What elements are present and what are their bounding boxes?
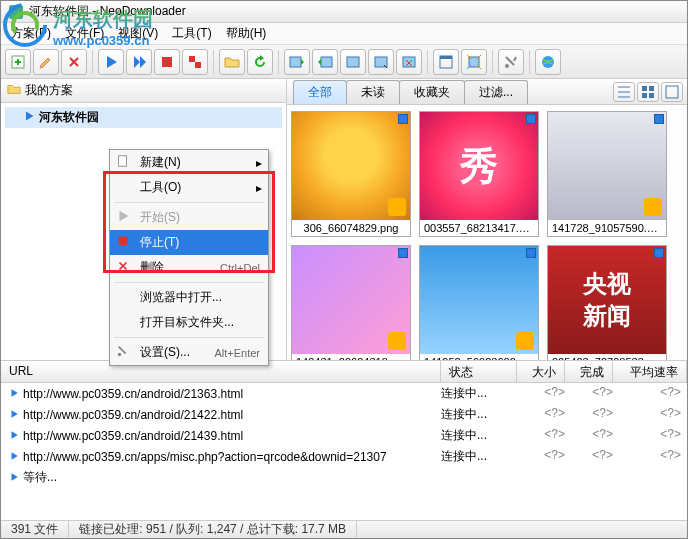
col-status[interactable]: 状态 — [441, 361, 517, 382]
image-button[interactable] — [340, 49, 366, 75]
delete-button[interactable] — [61, 49, 87, 75]
project-tree[interactable]: 河东软件园 — [1, 103, 286, 132]
play-icon — [9, 429, 19, 443]
play-all-button[interactable] — [126, 49, 152, 75]
menu-help[interactable]: 帮助(H) — [220, 23, 273, 44]
row-done: <?> — [565, 448, 613, 465]
stop-icon — [116, 234, 132, 250]
tree-item[interactable]: 河东软件园 — [5, 107, 282, 128]
status-stats: 链接已处理: 951 / 队列: 1,247 / 总计下载: 17.7 MB — [69, 521, 357, 538]
row-status — [441, 469, 517, 486]
thumbnail-label: 141728_91057590.png — [548, 220, 666, 236]
status-files: 391 文件 — [1, 521, 69, 538]
thumbnail-item[interactable]: 205403_72798533.png — [547, 245, 667, 360]
row-url: http://www.pc0359.cn/android/21439.html — [23, 429, 243, 443]
row-url: http://www.pc0359.cn/android/21363.html — [23, 387, 243, 401]
row-status: 连接中... — [441, 406, 517, 423]
svg-rect-19 — [649, 93, 654, 98]
play-icon — [9, 471, 19, 485]
ctx-delete[interactable]: 删除 Ctrl+Del — [110, 255, 268, 280]
svg-rect-10 — [403, 57, 415, 67]
tab-unread[interactable]: 未读 — [346, 80, 400, 104]
thumbnail-item[interactable]: 141952_56903600.png — [419, 245, 539, 360]
ctx-settings[interactable]: 设置(S)... Alt+Enter — [110, 340, 268, 365]
new-button[interactable] — [5, 49, 31, 75]
globe-button[interactable] — [535, 49, 561, 75]
ctx-new-label: 新建(N) — [140, 154, 181, 171]
tab-all[interactable]: 全部 — [293, 80, 347, 104]
row-done: <?> — [565, 427, 613, 444]
ctx-tools[interactable]: 工具(O)▸ — [110, 175, 268, 200]
thumbnail-item[interactable]: 142431_20604318.png — [291, 245, 411, 360]
open-folder-button[interactable] — [219, 49, 245, 75]
ctx-open-folder[interactable]: 打开目标文件夹... — [110, 310, 268, 335]
menu-file[interactable]: 文件(F) — [59, 23, 110, 44]
badge-icon — [644, 198, 662, 216]
thumbnail-grid[interactable]: 306_66074829.png 003557_68213417.png 141… — [287, 105, 687, 360]
svg-rect-5 — [195, 62, 201, 68]
svg-rect-22 — [119, 237, 128, 246]
folder-icon — [7, 82, 21, 99]
play-icon — [9, 450, 19, 464]
view-grid-button[interactable] — [637, 82, 659, 102]
row-size: <?> — [517, 448, 565, 465]
thumbnail-item[interactable]: 141728_91057590.png — [547, 111, 667, 237]
edit-button[interactable] — [33, 49, 59, 75]
titlebar: 河东软件园 - NeoDownloader — [1, 1, 687, 23]
image-del-button[interactable] — [396, 49, 422, 75]
menu-view[interactable]: 视图(V) — [112, 23, 164, 44]
wrench-icon — [116, 344, 132, 360]
table-row[interactable]: http://www.pc0359.cn/android/21439.html … — [1, 425, 687, 446]
tab-filter[interactable]: 过滤... — [464, 80, 528, 104]
thumbnail-item[interactable]: 003557_68213417.png — [419, 111, 539, 237]
image-open-button[interactable] — [368, 49, 394, 75]
sidebar-header: 我的方案 — [1, 79, 286, 103]
svg-rect-8 — [347, 57, 359, 67]
ctx-delete-hint: Ctrl+Del — [220, 262, 260, 274]
svg-rect-16 — [642, 86, 647, 91]
new-badge-icon — [526, 114, 536, 124]
stop-button[interactable] — [154, 49, 180, 75]
tab-favorites[interactable]: 收藏夹 — [399, 80, 465, 104]
settings-button[interactable] — [498, 49, 524, 75]
table-row[interactable]: http://www.pc0359.cn/android/21363.html … — [1, 383, 687, 404]
new-badge-icon — [526, 248, 536, 258]
statusbar: 391 文件 链接已处理: 951 / 队列: 1,247 / 总计下载: 17… — [1, 520, 687, 538]
new-icon — [116, 154, 132, 170]
thumbnail-label: 142431_20604318.png — [292, 354, 410, 360]
play-button[interactable] — [98, 49, 124, 75]
grid-body[interactable]: http://www.pc0359.cn/android/21363.html … — [1, 383, 687, 520]
chevron-right-icon: ▸ — [256, 156, 262, 170]
menu-tools[interactable]: 工具(T) — [166, 23, 217, 44]
fit-button[interactable] — [461, 49, 487, 75]
view-list-button[interactable] — [613, 82, 635, 102]
table-row[interactable]: http://www.pc0359.cn/android/21422.html … — [1, 404, 687, 425]
table-row[interactable]: http://www.pc0359.cn/apps/misc.php?actio… — [1, 446, 687, 467]
col-speed[interactable]: 平均速率 — [613, 361, 687, 382]
row-size — [517, 469, 565, 486]
refresh-button[interactable] — [247, 49, 273, 75]
svg-point-23 — [118, 353, 122, 357]
table-row[interactable]: 等待... — [1, 467, 687, 488]
thumbnail-item[interactable]: 306_66074829.png — [291, 111, 411, 237]
menu-project[interactable]: 方案(P) — [5, 23, 57, 44]
image-next-button[interactable] — [312, 49, 338, 75]
ctx-stop[interactable]: 停止(T) — [110, 230, 268, 255]
svg-rect-18 — [642, 93, 647, 98]
ctx-open-browser[interactable]: 浏览器中打开... — [110, 285, 268, 310]
svg-rect-6 — [290, 57, 301, 67]
ctx-new[interactable]: 新建(N)▸ — [110, 150, 268, 175]
window-toggle-button[interactable] — [433, 49, 459, 75]
context-menu: 新建(N)▸ 工具(O)▸ 开始(S) 停止(T) 删除 Ctrl+Del 浏览… — [109, 149, 269, 366]
col-done[interactable]: 完成 — [565, 361, 613, 382]
stop-all-button[interactable] — [182, 49, 208, 75]
view-detail-button[interactable] — [661, 82, 683, 102]
toolbar — [1, 45, 687, 79]
image-prev-button[interactable] — [284, 49, 310, 75]
ctx-settings-hint: Alt+Enter — [214, 347, 260, 359]
col-size[interactable]: 大小 — [517, 361, 565, 382]
play-icon — [9, 387, 19, 401]
ctx-start: 开始(S) — [110, 205, 268, 230]
row-done: <?> — [565, 385, 613, 402]
ctx-open-folder-label: 打开目标文件夹... — [140, 314, 234, 331]
